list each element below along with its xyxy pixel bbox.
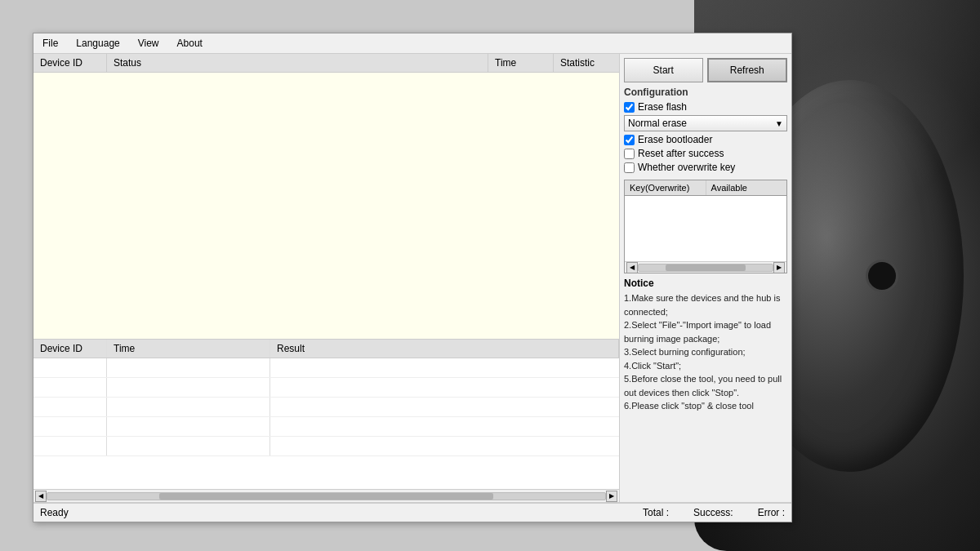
whether-overwrite-key-checkbox[interactable] bbox=[624, 162, 635, 173]
dropdown-arrow-icon: ▼ bbox=[775, 119, 783, 128]
status-right-group: Total : Success: Error : bbox=[643, 507, 785, 518]
row-time bbox=[107, 398, 270, 416]
configuration-section: Configuration Erase flash Normal erase ▼… bbox=[624, 87, 787, 176]
top-table-container: Device ID Status Time Statistic bbox=[33, 54, 619, 339]
refresh-button[interactable]: Refresh bbox=[707, 58, 788, 82]
reset-after-success-item: Reset after success bbox=[624, 148, 787, 159]
key-scroll-left-btn[interactable]: ◀ bbox=[626, 262, 638, 273]
start-button[interactable]: Start bbox=[624, 58, 703, 82]
row-time bbox=[107, 437, 270, 455]
main-window: File Language View About Device ID Statu… bbox=[33, 33, 792, 522]
erase-flash-checkbox[interactable] bbox=[624, 102, 635, 113]
row-result bbox=[270, 437, 619, 455]
row-result bbox=[270, 358, 619, 377]
status-total: Total : bbox=[643, 507, 669, 518]
menubar: File Language View About bbox=[33, 33, 791, 54]
buttons-row: Start Refresh bbox=[624, 58, 787, 82]
table-row bbox=[33, 398, 619, 417]
erase-mode-value: Normal erase bbox=[628, 118, 687, 129]
erase-flash-item: Erase flash bbox=[624, 101, 787, 113]
menu-view[interactable]: View bbox=[133, 36, 164, 51]
scroll-right-btn[interactable]: ▶ bbox=[606, 491, 617, 502]
scroll-track[interactable] bbox=[47, 492, 606, 500]
bottom-table-header: Device ID Time Result bbox=[33, 340, 619, 358]
top-table-body bbox=[33, 73, 619, 339]
left-panel: Device ID Status Time Statistic Device I… bbox=[33, 54, 620, 502]
erase-flash-label: Erase flash bbox=[638, 101, 687, 113]
top-table-header: Device ID Status Time Statistic bbox=[33, 54, 619, 73]
row-time bbox=[107, 378, 270, 397]
row-result bbox=[270, 398, 619, 416]
key-scrollbar[interactable]: ◀ ▶ bbox=[625, 261, 786, 273]
col-header-time: Time bbox=[488, 54, 554, 72]
content-area: Device ID Status Time Statistic Device I… bbox=[33, 54, 791, 502]
whether-overwrite-key-label: Whether overwrite key bbox=[638, 162, 735, 173]
key-table-header: Key(Overwrite) Available bbox=[625, 180, 786, 196]
menu-about[interactable]: About bbox=[172, 36, 207, 51]
menu-file[interactable]: File bbox=[38, 36, 63, 51]
config-title: Configuration bbox=[624, 87, 787, 98]
key-table-body bbox=[625, 196, 786, 261]
right-panel: Start Refresh Configuration Erase flash … bbox=[620, 54, 791, 502]
row-time bbox=[107, 358, 270, 377]
notice-title: Notice bbox=[624, 278, 787, 289]
key-col-header-key: Key(Overwrite) bbox=[625, 180, 706, 195]
table-row bbox=[33, 358, 619, 378]
key-table-container: Key(Overwrite) Available ◀ ▶ bbox=[624, 180, 787, 273]
row-deviceid bbox=[33, 398, 107, 416]
row-time bbox=[107, 417, 270, 436]
row-deviceid bbox=[33, 358, 107, 377]
row-result bbox=[270, 417, 619, 436]
status-ready: Ready bbox=[40, 507, 69, 518]
erase-bootloader-item: Erase bootloader bbox=[624, 134, 787, 145]
col-header-deviceid: Device ID bbox=[33, 54, 107, 72]
menu-language[interactable]: Language bbox=[71, 36, 124, 51]
bottom-scrollbar[interactable]: ◀ ▶ bbox=[33, 489, 619, 502]
erase-bootloader-checkbox[interactable] bbox=[624, 135, 635, 145]
reset-after-success-checkbox[interactable] bbox=[624, 149, 635, 159]
key-col-header-available: Available bbox=[706, 180, 787, 195]
erase-bootloader-label: Erase bootloader bbox=[638, 134, 712, 145]
scroll-left-btn[interactable]: ◀ bbox=[35, 491, 47, 502]
bottom-col-header-time: Time bbox=[107, 340, 270, 358]
table-row bbox=[33, 437, 619, 456]
status-success: Success: bbox=[693, 507, 733, 518]
bottom-table-container: Device ID Time Result bbox=[33, 339, 619, 502]
notice-text: 1.Make sure the devices and the hub is c… bbox=[624, 291, 787, 413]
bottom-table-body bbox=[33, 358, 619, 489]
col-header-status: Status bbox=[107, 54, 488, 72]
key-scroll-right-btn[interactable]: ▶ bbox=[773, 262, 785, 273]
row-result bbox=[270, 378, 619, 397]
statusbar: Ready Total : Success: Error : bbox=[33, 502, 791, 522]
table-row bbox=[33, 417, 619, 437]
bottom-col-header-result: Result bbox=[270, 340, 619, 358]
status-error: Error : bbox=[758, 507, 785, 518]
row-deviceid bbox=[33, 437, 107, 455]
erase-mode-dropdown[interactable]: Normal erase ▼ bbox=[624, 115, 787, 131]
row-deviceid bbox=[33, 378, 107, 397]
col-header-statistic: Statistic bbox=[554, 54, 619, 72]
notice-section: Notice 1.Make sure the devices and the h… bbox=[624, 278, 787, 413]
key-scroll-thumb[interactable] bbox=[666, 264, 746, 271]
row-deviceid bbox=[33, 417, 107, 436]
table-row bbox=[33, 378, 619, 398]
whether-overwrite-key-item: Whether overwrite key bbox=[624, 162, 787, 173]
scroll-thumb[interactable] bbox=[159, 493, 494, 500]
key-scroll-track[interactable] bbox=[638, 264, 773, 272]
bottom-col-header-deviceid: Device ID bbox=[33, 340, 107, 358]
reset-after-success-label: Reset after success bbox=[638, 148, 724, 159]
